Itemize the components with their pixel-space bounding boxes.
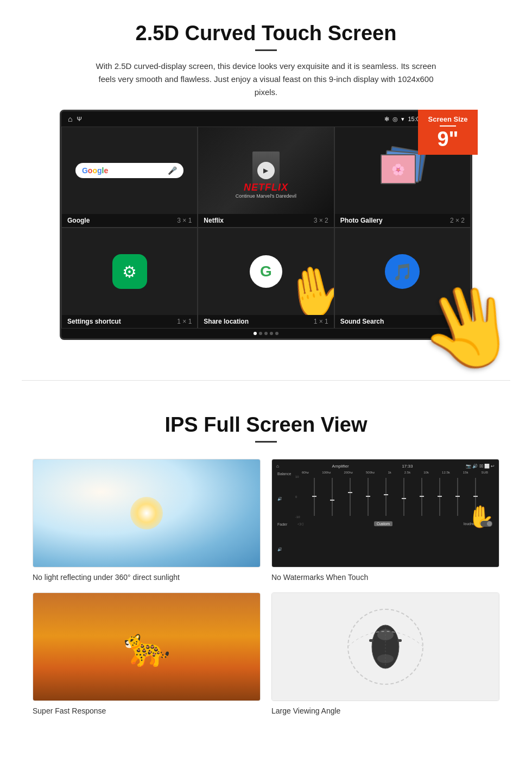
feature-no-light: No light reflecting under 360° direct su…: [33, 459, 261, 582]
netflix-play-btn[interactable]: ▶: [257, 162, 275, 179]
feature-grid: No light reflecting under 360° direct su…: [33, 459, 499, 715]
share-location-app-name: Share location: [204, 318, 249, 325]
netflix-app-cell[interactable]: ▶ ▶ NETFLIX Continue Marvel's Daredevil …: [198, 127, 334, 228]
car-image: [272, 593, 499, 701]
amp-time: 17:33: [402, 464, 413, 469]
screen-size-badge: Screen Size 9": [418, 110, 478, 155]
slider-9[interactable]: [457, 478, 458, 516]
bluetooth-icon: ✻: [384, 116, 389, 123]
netflix-content: ▶ ▶ NETFLIX Continue Marvel's Daredevil: [198, 127, 333, 214]
badge-divider: [440, 125, 456, 127]
feature-viewing-angle: Large Viewing Angle: [271, 592, 499, 715]
slider-4[interactable]: [368, 478, 369, 516]
amp-sliders-area: 60hz 100hz 200hz 500hz 1k 2.5k 10k 12.5k…: [295, 471, 495, 563]
feature-viewing-angle-image: [271, 592, 499, 701]
wifi-icon: ▾: [401, 116, 404, 123]
slider-7[interactable]: [421, 478, 422, 516]
section2-title: IPS Full Screen View: [33, 413, 499, 437]
cheetah-image: 🐆: [33, 593, 260, 701]
photo-stack: 🌸: [381, 149, 424, 192]
share-location-inner: G 🤚: [198, 228, 333, 315]
location-icon: ◎: [392, 116, 398, 123]
sky-image: [33, 459, 260, 567]
google-search-bar[interactable]: Google 🎤: [75, 163, 183, 178]
feature-fast-response-image: 🐆: [33, 592, 261, 701]
section-curved-touch: 2.5D Curved Touch Screen With 2.5D curve…: [0, 0, 532, 358]
settings-icon: [112, 254, 147, 289]
amp-side-labels: Balance 🔊 Fader 🔊: [276, 471, 295, 563]
google-mic-icon: 🎤: [168, 166, 177, 175]
slider-6[interactable]: [403, 478, 404, 516]
netflix-app-name: Netflix: [204, 217, 224, 224]
app-grid-row2: Settings shortcut 1 × 1 G 🤚: [61, 228, 471, 329]
dot-4: [270, 332, 273, 335]
slider-5[interactable]: [385, 478, 387, 516]
feature-no-watermarks: ⌂ Amplifier 17:33 📷 🔊 ☒ ⬜ ↩ Balance 🔊 Fa…: [271, 459, 499, 582]
status-bar-left: ⌂ Ψ: [68, 115, 82, 123]
settings-app-cell[interactable]: Settings shortcut 1 × 1: [61, 228, 198, 329]
sound-search-app-cell[interactable]: 🎵 Sound Search 1 × 1: [334, 228, 471, 329]
usb-icon: Ψ: [77, 116, 81, 122]
badge-label: Screen Size: [426, 115, 470, 123]
amp-icons: 📷 🔊 ☒ ⬜ ↩: [466, 464, 495, 469]
home-icon: ⌂: [68, 115, 72, 123]
settings-app-content: [62, 228, 197, 315]
netflix-app-content: ▶ ▶ NETFLIX Continue Marvel's Daredevil: [198, 127, 333, 214]
feature-fast-response-label: Super Fast Response: [33, 706, 261, 715]
section-divider-rule: [22, 380, 510, 381]
share-location-app-cell[interactable]: G 🤚 Share location 1 × 1: [198, 228, 334, 329]
amp-sliders: 10 0 -10: [295, 475, 495, 519]
google-app-content: Google 🎤: [62, 127, 197, 214]
amp-fader-knob: 🔊: [277, 547, 293, 552]
google-app-label: Google 3 × 1: [62, 214, 197, 227]
netflix-subtitle: Continue Marvel's Daredevil: [236, 193, 296, 199]
dot-5: [275, 332, 278, 335]
settings-app-size: 1 × 1: [177, 318, 192, 325]
amp-status-bar: ⌂ Amplifier 17:33 📷 🔊 ☒ ⬜ ↩: [276, 464, 495, 469]
app-grid-row1: Google 🎤 Google 3 × 1: [61, 127, 471, 228]
dot-3: [264, 332, 268, 335]
dot-1: [254, 332, 257, 335]
device-container: Screen Size 9" ⌂ Ψ ✻ ◎ ▾ 15:06 📷 🔊 ☒: [60, 110, 472, 340]
section1-divider: [255, 49, 277, 51]
slider-8[interactable]: [439, 478, 440, 516]
feature-no-watermarks-label: No Watermarks When Touch: [271, 573, 499, 582]
slider-2[interactable]: [332, 478, 333, 516]
sound-search-app-name: Sound Search: [340, 318, 384, 325]
slider-1[interactable]: [314, 478, 315, 516]
photo-gallery-app-label: Photo Gallery 2 × 2: [335, 214, 470, 227]
loudness-toggle[interactable]: [480, 521, 492, 527]
amp-prev: ◁◁: [297, 522, 303, 526]
section1-description: With 2.5D curved-display screen, this de…: [92, 60, 440, 99]
slider-3[interactable]: [350, 478, 351, 516]
hand-pointing-icon: 🤚: [279, 258, 333, 315]
share-location-app-label: Share location 1 × 1: [198, 315, 333, 328]
google-app-size: 3 × 1: [177, 217, 192, 224]
amp-bottom-bar: ◁◁ Custom loudness: [295, 521, 495, 527]
sound-search-icon: 🎵: [385, 254, 420, 289]
feature-fast-response: 🐆 Super Fast Response: [33, 592, 261, 715]
amp-scale: 10 0 -10: [295, 475, 300, 519]
amplifier-screen: ⌂ Amplifier 17:33 📷 🔊 ☒ ⬜ ↩ Balance 🔊 Fa…: [272, 459, 499, 567]
feature-no-light-image: [33, 459, 261, 567]
section2-divider: [255, 441, 277, 443]
android-device: ⌂ Ψ ✻ ◎ ▾ 15:06 📷 🔊 ☒ ⬜: [60, 110, 472, 340]
section1-title: 2.5D Curved Touch Screen: [33, 22, 499, 45]
settings-app-label: Settings shortcut 1 × 1: [62, 315, 197, 328]
amp-slider-group: [305, 478, 484, 516]
google-app-cell[interactable]: Google 🎤 Google 3 × 1: [61, 127, 198, 228]
share-location-content: G 🤚: [198, 228, 333, 315]
amp-body: Balance 🔊 Fader 🔊 60hz 100hz 200hz 500hz: [276, 471, 495, 563]
feature-no-watermarks-image: ⌂ Amplifier 17:33 📷 🔊 ☒ ⬜ ↩ Balance 🔊 Fa…: [271, 459, 499, 567]
status-bar: ⌂ Ψ ✻ ◎ ▾ 15:06 📷 🔊 ☒ ⬜: [61, 111, 471, 127]
sound-search-app-label: Sound Search 1 × 1: [335, 315, 470, 328]
share-location-app-size: 1 × 1: [314, 318, 328, 325]
dots-indicator: [61, 329, 471, 338]
netflix-logo-area: NETFLIX Continue Marvel's Daredevil: [236, 182, 296, 199]
amp-home-icon: ⌂: [276, 464, 279, 469]
amp-custom-button[interactable]: Custom: [374, 521, 392, 526]
google-app-name: Google: [67, 217, 90, 224]
netflix-app-size: 3 × 2: [314, 217, 328, 224]
photo-card-front: 🌸: [381, 154, 416, 184]
badge-size: 9": [437, 128, 458, 150]
